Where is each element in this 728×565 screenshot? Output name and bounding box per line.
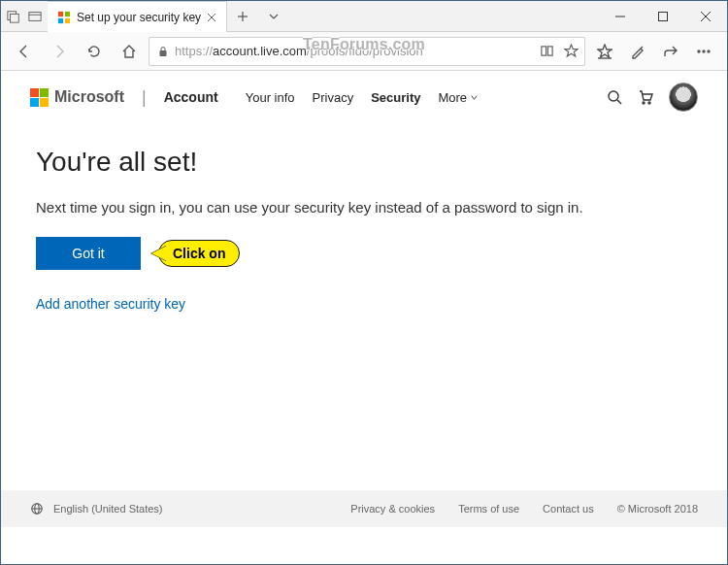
notes-button[interactable] xyxy=(622,36,653,67)
svg-line-24 xyxy=(617,100,621,104)
got-it-button[interactable]: Got it xyxy=(36,237,141,270)
svg-marker-17 xyxy=(565,45,578,56)
svg-rect-13 xyxy=(659,12,668,20)
nav-security[interactable]: Security xyxy=(371,90,420,105)
svg-point-23 xyxy=(609,91,618,101)
svg-rect-2 xyxy=(29,12,41,20)
refresh-button[interactable] xyxy=(79,36,110,67)
search-icon[interactable] xyxy=(607,89,622,105)
tab-actions-chevron-icon[interactable] xyxy=(258,1,289,31)
favorite-star-icon[interactable] xyxy=(564,44,579,58)
footer-copyright: © Microsoft 2018 xyxy=(617,503,698,515)
nav-more[interactable]: More xyxy=(438,90,479,105)
footer-privacy[interactable]: Privacy & cookies xyxy=(350,503,435,515)
footer-terms[interactable]: Terms of use xyxy=(458,503,519,515)
address-bar[interactable]: https://account.live.com/proofs/fido/pro… xyxy=(149,37,585,66)
nav-account[interactable]: Account xyxy=(164,89,218,105)
svg-rect-5 xyxy=(65,11,70,16)
tabs-aside-icon[interactable] xyxy=(7,10,20,23)
close-window-button[interactable] xyxy=(684,1,727,31)
home-button[interactable] xyxy=(114,36,145,67)
reading-view-icon[interactable] xyxy=(540,44,554,58)
close-tab-icon[interactable] xyxy=(207,13,216,22)
globe-icon xyxy=(30,502,44,515)
favorites-button[interactable] xyxy=(589,36,620,67)
svg-point-20 xyxy=(698,50,700,52)
svg-marker-18 xyxy=(598,45,612,57)
site-header: Microsoft | Account Your info Privacy Se… xyxy=(1,71,727,123)
lock-icon xyxy=(157,46,169,57)
ms-logo-text: Microsoft xyxy=(54,88,124,106)
page-body: Microsoft | Account Your info Privacy Se… xyxy=(1,71,727,527)
nav-your-info[interactable]: Your info xyxy=(246,90,295,105)
page-heading: You're all set! xyxy=(36,147,692,178)
separator: | xyxy=(138,87,150,108)
more-button[interactable] xyxy=(688,36,719,67)
cart-icon[interactable] xyxy=(638,89,653,105)
browser-tab[interactable]: Set up your security key xyxy=(48,1,227,32)
forward-button[interactable] xyxy=(44,36,75,67)
main-content: You're all set! Next time you sign in, y… xyxy=(1,123,727,490)
svg-point-21 xyxy=(703,50,705,52)
share-button[interactable] xyxy=(655,36,686,67)
new-tab-button[interactable] xyxy=(227,1,258,31)
svg-rect-4 xyxy=(58,11,63,16)
window-titlebar: Set up your security key xyxy=(1,1,727,32)
nav-privacy[interactable]: Privacy xyxy=(313,90,354,105)
page-footer: English (United States) Privacy & cookie… xyxy=(1,490,727,527)
svg-point-25 xyxy=(643,102,645,104)
microsoft-logo[interactable]: Microsoft xyxy=(30,88,124,107)
ms-logo-icon xyxy=(30,88,49,107)
minimize-button[interactable] xyxy=(599,1,642,31)
avatar[interactable] xyxy=(669,83,698,112)
svg-rect-7 xyxy=(65,17,70,22)
tab-preview-icon[interactable] xyxy=(28,10,42,23)
annotation-callout: Click on xyxy=(158,240,240,267)
maximize-button[interactable] xyxy=(642,1,684,31)
locale-text[interactable]: English (United States) xyxy=(53,503,163,515)
page-description: Next time you sign in, you can use your … xyxy=(36,199,692,216)
svg-rect-16 xyxy=(160,50,167,56)
svg-point-26 xyxy=(648,102,650,104)
browser-toolbar: https://account.live.com/proofs/fido/pro… xyxy=(1,32,727,71)
tab-title: Set up your security key xyxy=(77,11,201,24)
svg-rect-6 xyxy=(58,17,63,22)
url-text: https://account.live.com/proofs/fido/pro… xyxy=(175,44,534,58)
back-button[interactable] xyxy=(9,36,40,67)
add-another-key-link[interactable]: Add another security key xyxy=(36,296,185,312)
svg-point-22 xyxy=(708,50,710,52)
svg-rect-1 xyxy=(11,14,19,22)
chevron-down-icon xyxy=(470,93,479,102)
footer-contact[interactable]: Contact us xyxy=(543,503,594,515)
ms-favicon-icon xyxy=(57,11,71,24)
